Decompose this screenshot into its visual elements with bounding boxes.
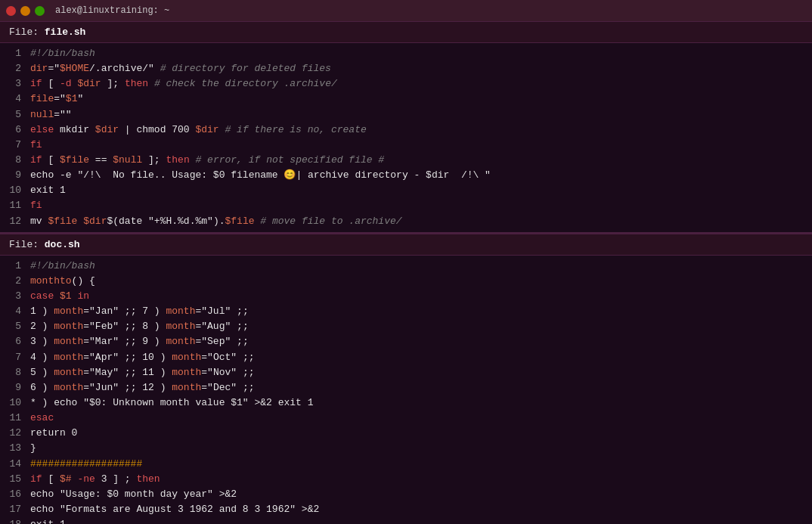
table-row: 3 case $1 in xyxy=(0,289,812,304)
table-row: 12 return 0 xyxy=(0,426,812,441)
table-row: 11 fi xyxy=(0,198,812,213)
table-row: 5 null="" xyxy=(0,107,812,122)
table-row: 11 esac xyxy=(0,411,812,426)
table-row: 8 5 ) month="May" ;; 11 ) month="Nov" ;; xyxy=(0,365,812,380)
table-row: 1 #!/bin/bash xyxy=(0,259,812,274)
file2-section: File: doc.sh 1 #!/bin/bash 2 monthto() {… xyxy=(0,234,812,524)
table-row: 9 6 ) month="Jun" ;; 12 ) month="Dec" ;; xyxy=(0,380,812,395)
window-title: alex@linuxtraining: ~ xyxy=(55,5,169,16)
file2-name: doc.sh xyxy=(45,239,80,250)
table-row: 2 monthto() { xyxy=(0,274,812,289)
file1-section: File: file.sh 1 #!/bin/bash 2 dir="$HOME… xyxy=(0,21,812,232)
file2-header: File: doc.sh xyxy=(0,234,812,256)
table-row: 13 } xyxy=(0,441,812,456)
main-content: File: file.sh 1 #!/bin/bash 2 dir="$HOME… xyxy=(0,21,812,524)
table-row: 4 file="$1" xyxy=(0,91,812,107)
table-row: 14 ################### xyxy=(0,457,812,472)
table-row: 10 * ) echo "$0: Unknown month value $1"… xyxy=(0,395,812,411)
table-row: 5 2 ) month="Feb" ;; 8 ) month="Aug" ;; xyxy=(0,319,812,334)
table-row: 7 4 ) month="Apr" ;; 10 ) month="Oct" ;; xyxy=(0,350,812,365)
table-row: 8 if [ $file == $null ]; then # error, i… xyxy=(0,153,812,168)
table-row: 9 echo -e "/!\ No file.. Usage: $0 filen… xyxy=(0,168,812,183)
close-button[interactable] xyxy=(6,6,16,16)
file1-header: File: file.sh xyxy=(0,21,812,43)
table-row: 6 else mkdir $dir | chmod 700 $dir # if … xyxy=(0,122,812,138)
minimize-button[interactable] xyxy=(20,6,30,16)
table-row: 3 if [ -d $dir ]; then # check the direc… xyxy=(0,76,812,91)
table-row: 16 echo "Usage: $0 month day year" >&2 xyxy=(0,487,812,502)
table-row: 7 fi xyxy=(0,138,812,153)
table-row: 1 #!/bin/bash xyxy=(0,46,812,61)
file2-code: 1 #!/bin/bash 2 monthto() { 3 case $1 in… xyxy=(0,256,812,524)
title-bar: alex@linuxtraining: ~ xyxy=(0,0,812,21)
file1-code: 1 #!/bin/bash 2 dir="$HOME/.archive/" # … xyxy=(0,43,812,232)
table-row: 2 dir="$HOME/.archive/" # directory for … xyxy=(0,61,812,76)
table-row: 10 exit 1 xyxy=(0,183,812,198)
file1-name: file.sh xyxy=(45,26,86,38)
table-row: 15 if [ $# -ne 3 ] ; then xyxy=(0,472,812,487)
table-row: 4 1 ) month="Jan" ;; 7 ) month="Jul" ;; xyxy=(0,304,812,319)
table-row: 6 3 ) month="Mar" ;; 9 ) month="Sep" ;; xyxy=(0,334,812,349)
maximize-button[interactable] xyxy=(35,6,45,16)
table-row: 18 exit 1 xyxy=(0,517,812,524)
table-row: 17 echo "Formats are August 3 1962 and 8… xyxy=(0,502,812,517)
table-row: 12 mv $file $dir$(date "+%H.%d.%m").$fil… xyxy=(0,214,812,229)
